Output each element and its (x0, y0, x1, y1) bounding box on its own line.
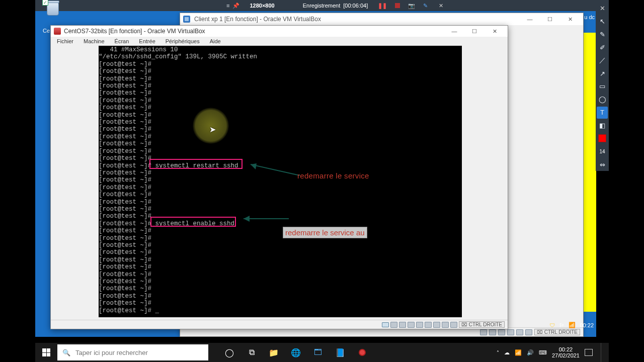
virtualbox-window-centos[interactable]: CentOS7-32bits [En fonction] - Oracle VM… (50, 25, 508, 329)
annotation-box-cmd1 (149, 159, 243, 169)
status-icon (498, 329, 505, 335)
maximize-button[interactable]: ☐ (464, 26, 485, 37)
recorder-app-icon[interactable] (351, 343, 373, 362)
annotation-text-1: redemarre le service (297, 171, 369, 180)
titlebar[interactable]: Client xp 1 [En fonction] - Oracle VM Vi… (180, 13, 583, 25)
app-icon[interactable]: 🗔 (307, 343, 329, 362)
close-button[interactable]: ✕ (560, 14, 580, 25)
screen-recorder-bar: ≡ 📌 1280×800 Enregistrement [00:06:04] ❚… (35, 0, 597, 11)
close-icon[interactable]: ✕ (439, 3, 443, 9)
system-tray[interactable]: ˄ ☁ 📶 🔊 ⌨ 00:22 27/02/2021 (497, 343, 609, 362)
language-icon[interactable]: ⌨ (539, 349, 547, 356)
menu-input[interactable]: Entrée (135, 38, 159, 45)
shield-icon: 🛡 (549, 322, 555, 328)
ellipse-tool-icon[interactable]: ◯ (597, 94, 608, 106)
vm-menubar[interactable]: Fichier Machine Écran Entrée Périphériqu… (51, 37, 508, 46)
shared-folder-icon (425, 322, 432, 328)
hard-disk-icon (382, 322, 389, 327)
draw-icon[interactable]: ✎ (423, 3, 428, 9)
network-icon[interactable]: 📶 (515, 349, 522, 356)
vm-status-bar: ⌧ CTRL DROITE (51, 320, 508, 329)
clock[interactable]: 00:22 27/02/2021 (552, 346, 580, 358)
app-icon[interactable]: 📘 (329, 343, 351, 362)
expand-tool-icon[interactable]: ⇔ (597, 158, 608, 170)
status-icon (525, 329, 532, 335)
window-title: Client xp 1 [En fonction] - Oracle VM Vi… (194, 16, 321, 23)
network-icon (408, 322, 415, 328)
svg-marker-1 (251, 163, 257, 169)
screenshot-icon[interactable]: 📷 (408, 3, 415, 9)
arrow-icon (238, 212, 294, 227)
time-label: 00:22 (552, 346, 580, 352)
search-icon: 🔍 (62, 349, 70, 356)
highlighter-tool-icon[interactable]: ✐ (597, 42, 608, 54)
onedrive-icon[interactable]: ☁ (504, 349, 510, 356)
display-icon (433, 322, 440, 328)
pause-icon[interactable]: ❚❚ (378, 3, 387, 9)
recycle-bin-icon[interactable]: ✓ (45, 3, 60, 22)
optical-icon (390, 322, 397, 328)
status-icon (489, 329, 496, 335)
maximize-button[interactable]: ☐ (540, 14, 560, 25)
minimize-button[interactable]: — (520, 14, 540, 25)
file-explorer-icon[interactable]: 📁 (263, 343, 285, 362)
line-tool-icon[interactable]: ／ (597, 54, 608, 66)
browser-icon[interactable]: 🌐 (285, 343, 307, 362)
notifications-icon[interactable] (585, 349, 593, 356)
resolution-label: 1280×800 (250, 3, 274, 9)
virtualbox-icon (183, 16, 190, 23)
menu-devices[interactable]: Périphériques (162, 38, 204, 45)
sound-icon[interactable]: 🔊 (527, 349, 534, 356)
pin-icon[interactable]: 📌 (232, 3, 239, 9)
close-button[interactable]: ✕ (485, 26, 505, 37)
minimize-button[interactable]: — (444, 26, 464, 37)
show-desktop-button[interactable] (601, 343, 604, 362)
eraser-tool-icon[interactable]: ◧ (597, 120, 608, 132)
arrow-tool-icon[interactable]: ↗ (597, 67, 608, 79)
annotation-box-cmd2 (150, 217, 236, 227)
menu-screen[interactable]: Écran (111, 38, 133, 45)
search-placeholder: Taper ici pour rechercher (75, 349, 148, 356)
size-value[interactable]: 14 (597, 145, 608, 157)
clock-label: 00:22 (580, 322, 594, 328)
hamburger-icon[interactable]: ≡ (226, 3, 229, 9)
windows-taskbar[interactable]: 🔍 Taper ici pour rechercher ◯ ⧉ 📁 🌐 🗔 📘 … (35, 343, 609, 362)
host-key-indicator: ⌧ CTRL DROITE (534, 329, 580, 335)
desktop-icon-partial: Ce (43, 28, 50, 34)
windows-logo-icon (42, 348, 50, 356)
stop-icon[interactable] (395, 3, 400, 8)
menu-file[interactable]: Fichier (53, 38, 77, 45)
menu-help[interactable]: Aide (206, 38, 225, 45)
search-box[interactable]: 🔍 Taper ici pour rechercher (57, 344, 208, 360)
desktop-icon-partial-right: u dc (584, 14, 595, 20)
pen-tool-icon[interactable]: ✎ (597, 29, 608, 41)
svg-line-0 (251, 164, 300, 175)
start-button[interactable] (35, 343, 57, 362)
date-label: 27/02/2021 (552, 352, 580, 358)
audio-icon (399, 322, 406, 328)
recording-time: [00:06:04] (343, 3, 368, 9)
rectangle-tool-icon[interactable]: ▭ (597, 80, 608, 93)
arrow-icon (245, 161, 305, 182)
status-icon (516, 329, 523, 335)
menu-machine[interactable]: Machine (79, 38, 109, 45)
annotation-text-2: redemarre le service au (283, 227, 367, 238)
cursor-icon: ➤ (209, 125, 216, 134)
status-icon (507, 329, 514, 335)
cursor-tool-icon[interactable]: ↖ (597, 16, 608, 28)
window-title: CentOS7-32bits [En fonction] - Oracle VM… (64, 28, 205, 35)
cpu-icon (450, 322, 457, 328)
recording-icon (442, 322, 449, 328)
guest-tray: 🛡 🏳 📶 00:22 (549, 322, 594, 328)
text-tool-icon[interactable]: T (597, 107, 608, 119)
annotation-toolbar[interactable]: ✕ ↖ ✎ ✐ ／ ↗ ▭ ◯ T ◧ 14 ⇔ (596, 0, 609, 171)
tray-overflow-icon[interactable]: ˄ (497, 350, 499, 355)
task-view-icon[interactable]: ⧉ (240, 343, 263, 362)
tool-close-icon[interactable]: ✕ (597, 3, 608, 15)
titlebar[interactable]: CentOS7-32bits [En fonction] - Oracle VM… (51, 26, 508, 37)
terminal[interactable]: 41 #MaxSessions 10 "/etc/ssh/sshd_config… (99, 46, 462, 317)
cortana-icon[interactable]: ◯ (218, 343, 240, 362)
svg-marker-3 (244, 216, 250, 222)
status-icon (480, 329, 487, 335)
color-swatch[interactable] (597, 132, 608, 144)
